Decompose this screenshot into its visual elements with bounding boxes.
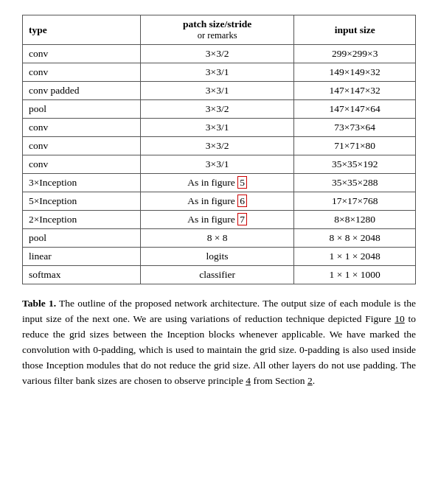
caption-text3: from Section — [251, 375, 307, 386]
caption-label: Table 1. — [22, 298, 56, 309]
cell-patch: As in figure 5 — [140, 174, 294, 192]
cell-type: 3×Inception — [23, 174, 141, 192]
cell-type: conv — [23, 155, 141, 174]
table-row: conv3×3/135×35×192 — [23, 155, 416, 174]
cell-patch: 3×3/2 — [140, 45, 294, 63]
cell-type: conv — [23, 137, 141, 155]
cell-input: 17×17×768 — [294, 192, 416, 211]
cell-input: 8 × 8 × 2048 — [294, 229, 416, 248]
cell-type: conv — [23, 63, 141, 82]
col-header-type: type — [23, 15, 141, 45]
cell-patch: logits — [140, 248, 294, 266]
cell-type: conv — [23, 45, 141, 63]
table-row: conv3×3/271×71×80 — [23, 137, 416, 155]
cell-patch: As in figure 7 — [140, 211, 294, 229]
cell-input: 1 × 1 × 2048 — [294, 248, 416, 266]
cell-patch: 8 × 8 — [140, 229, 294, 248]
table-row: 5×InceptionAs in figure 617×17×768 — [23, 192, 416, 211]
cell-input: 35×35×192 — [294, 155, 416, 174]
table-row: conv3×3/1149×149×32 — [23, 63, 416, 82]
cell-input: 73×73×64 — [294, 119, 416, 137]
col-header-patch: patch size/stride or remarks — [140, 15, 294, 45]
cell-input: 1 × 1 × 1000 — [294, 266, 416, 284]
cell-type: 5×Inception — [23, 192, 141, 211]
table-row: pool3×3/2147×147×64 — [23, 100, 416, 119]
cell-type: pool — [23, 229, 141, 248]
table-row: conv3×3/173×73×64 — [23, 119, 416, 137]
cell-input: 299×299×3 — [294, 45, 416, 63]
caption-text1: The outline of the proposed network arch… — [22, 298, 416, 324]
cell-input: 71×71×80 — [294, 137, 416, 155]
cell-input: 149×149×32 — [294, 63, 416, 82]
table-row: softmaxclassifier1 × 1 × 1000 — [23, 266, 416, 284]
cell-patch: As in figure 6 — [140, 192, 294, 211]
table-row: conv3×3/2299×299×3 — [23, 45, 416, 63]
table-row: pool8 × 88 × 8 × 2048 — [23, 229, 416, 248]
table-row: 3×InceptionAs in figure 535×35×288 — [23, 174, 416, 192]
cell-patch: 3×3/1 — [140, 63, 294, 82]
architecture-table-container: type patch size/stride or remarks input … — [22, 15, 416, 284]
cell-input: 35×35×288 — [294, 174, 416, 192]
table-row: linearlogits1 × 1 × 2048 — [23, 248, 416, 266]
caption-text4: . — [313, 375, 315, 386]
cell-type: conv — [23, 119, 141, 137]
cell-patch: classifier — [140, 266, 294, 284]
cell-patch: 3×3/2 — [140, 137, 294, 155]
cell-patch: 3×3/1 — [140, 155, 294, 174]
col-header-input: input size — [294, 15, 416, 45]
caption-link1[interactable]: 10 — [394, 313, 405, 324]
cell-patch: 3×3/2 — [140, 100, 294, 119]
cell-type: softmax — [23, 266, 141, 284]
table-row: 2×InceptionAs in figure 78×8×1280 — [23, 211, 416, 229]
cell-patch: 3×3/1 — [140, 82, 294, 100]
cell-type: conv padded — [23, 82, 141, 100]
cell-type: 2×Inception — [23, 211, 141, 229]
cell-type: linear — [23, 248, 141, 266]
table-caption: Table 1. The outline of the proposed net… — [22, 296, 416, 389]
cell-input: 8×8×1280 — [294, 211, 416, 229]
caption-link3[interactable]: 2 — [307, 375, 313, 386]
cell-input: 147×147×64 — [294, 100, 416, 119]
table-row: conv padded3×3/1147×147×32 — [23, 82, 416, 100]
cell-input: 147×147×32 — [294, 82, 416, 100]
architecture-table: type patch size/stride or remarks input … — [22, 15, 416, 284]
cell-patch: 3×3/1 — [140, 119, 294, 137]
cell-type: pool — [23, 100, 141, 119]
